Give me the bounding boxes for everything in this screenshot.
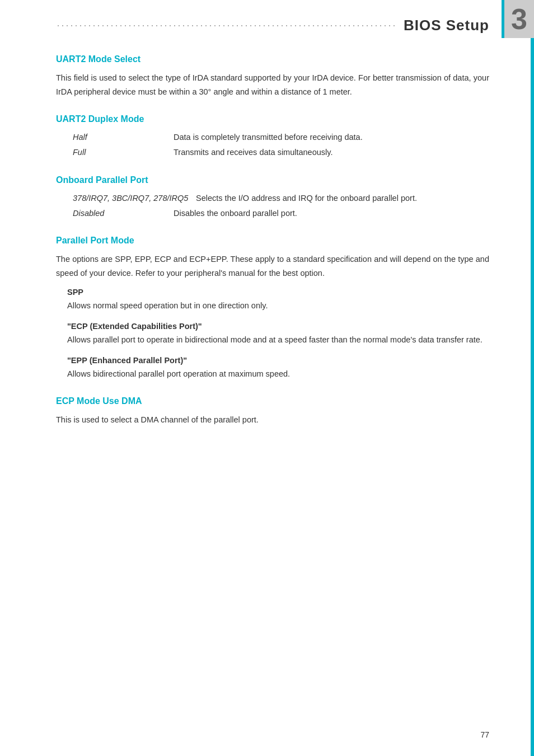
section-title-uart2-duplex: UART2 Duplex Mode bbox=[56, 114, 489, 124]
section-body-parallel-port-mode: The options are SPP, EPP, ECP and ECP+EP… bbox=[56, 252, 489, 280]
section-onboard-parallel: Onboard Parallel Port 378/IRQ7, 3BC/IRQ7… bbox=[56, 175, 489, 220]
def-row-half: Half Data is completely transmitted befo… bbox=[73, 131, 489, 144]
subsection-title-spp: SPP bbox=[67, 288, 489, 297]
subsection-body-epp: Allows bidirectional parallel port opera… bbox=[67, 367, 489, 381]
dots-decoration bbox=[56, 25, 398, 27]
section-uart2-duplex: UART2 Duplex Mode Half Data is completel… bbox=[56, 114, 489, 159]
subsection-body-ecp: Allows parallel port to operate in bidir… bbox=[67, 333, 489, 347]
page-number: 77 bbox=[480, 730, 489, 739]
right-accent-border bbox=[531, 0, 534, 756]
subsection-title-ecp: "ECP (Extended Capabilities Port)" bbox=[67, 322, 489, 331]
section-body-uart2-mode: This field is used to select the type of… bbox=[56, 71, 489, 98]
subsection-epp: "EPP (Enhanced Parallel Port)" Allows bi… bbox=[67, 356, 489, 381]
subsection-body-spp: Allows normal speed operation but in one… bbox=[67, 299, 489, 313]
section-parallel-port-mode: Parallel Port Mode The options are SPP, … bbox=[56, 236, 489, 381]
section-body-ecp-dma: This is used to select a DMA channel of … bbox=[56, 413, 489, 427]
subsection-spp: SPP Allows normal speed operation but in… bbox=[67, 288, 489, 313]
section-ecp-dma: ECP Mode Use DMA This is used to select … bbox=[56, 396, 489, 427]
chapter-number: 3 bbox=[502, 0, 534, 38]
def-term-disabled: Disabled bbox=[73, 207, 174, 220]
def-desc-full: Transmits and receives data simultaneous… bbox=[174, 146, 489, 159]
def-term-irq: 378/IRQ7, 3BC/IRQ7, 278/IRQ5 bbox=[73, 192, 196, 205]
def-row-disabled: Disabled Disables the onboard parallel p… bbox=[73, 207, 489, 220]
section-uart2-mode: UART2 Mode Select This field is used to … bbox=[56, 54, 489, 98]
section-title-onboard-parallel: Onboard Parallel Port bbox=[56, 175, 489, 185]
section-title-ecp-dma: ECP Mode Use DMA bbox=[56, 396, 489, 406]
def-term-half: Half bbox=[73, 131, 174, 144]
def-row-irq: 378/IRQ7, 3BC/IRQ7, 278/IRQ5 Selects the… bbox=[73, 192, 489, 205]
def-term-full: Full bbox=[73, 146, 174, 159]
onboard-parallel-definitions: 378/IRQ7, 3BC/IRQ7, 278/IRQ5 Selects the… bbox=[73, 192, 489, 220]
def-desc-half: Data is completely transmitted before re… bbox=[174, 131, 489, 144]
def-desc-disabled: Disables the onboard parallel port. bbox=[174, 207, 489, 220]
header-title: BIOS Setup bbox=[404, 17, 489, 34]
section-title-parallel-port-mode: Parallel Port Mode bbox=[56, 236, 489, 246]
def-desc-irq: Selects the I/O address and IRQ for the … bbox=[196, 192, 489, 205]
uart2-duplex-definitions: Half Data is completely transmitted befo… bbox=[73, 131, 489, 159]
section-title-uart2-mode: UART2 Mode Select bbox=[56, 54, 489, 64]
subsection-title-epp: "EPP (Enhanced Parallel Port)" bbox=[67, 356, 489, 365]
page-header: BIOS Setup 3 bbox=[56, 17, 489, 34]
def-row-full: Full Transmits and receives data simulta… bbox=[73, 146, 489, 159]
subsection-ecp: "ECP (Extended Capabilities Port)" Allow… bbox=[67, 322, 489, 347]
